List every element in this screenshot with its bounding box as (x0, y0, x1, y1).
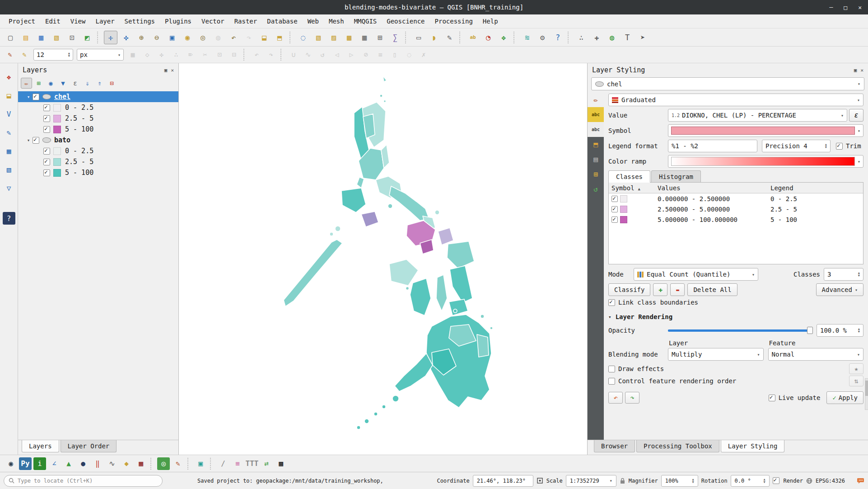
style-manager-icon[interactable]: ◩ (80, 31, 94, 44)
layer-blend-combo[interactable]: Multiply ▾ (668, 348, 764, 361)
menu-item[interactable]: MMQGIS (349, 16, 382, 27)
map-tips-icon[interactable]: ◗ (427, 31, 441, 44)
osm-tools-icon[interactable]: ≋ (520, 31, 534, 44)
menu-item[interactable]: Settings (120, 16, 160, 27)
new-3d-map-view-icon[interactable]: ⬒ (273, 31, 286, 44)
trim-checkbox[interactable] (836, 143, 843, 150)
info-tool-icon[interactable]: i (33, 457, 46, 470)
opacity-spinbox[interactable]: 100.0 % ▲▼ (817, 324, 863, 337)
zoom-to-selection-icon[interactable]: ◉ (181, 31, 194, 44)
terrain-profile-icon[interactable]: ▲ (62, 457, 75, 470)
refresh-layers-icon[interactable]: ⇄ (260, 457, 273, 470)
temporal-bars-icon[interactable]: ‖ (91, 457, 104, 470)
splash-plugin-icon[interactable]: ◆ (120, 457, 133, 470)
raster-grid-icon[interactable]: ▦ (135, 457, 147, 470)
legend-class-item[interactable]: 2.5 - 5 (18, 113, 178, 124)
legend-class-item[interactable]: 5 - 100 (18, 167, 178, 178)
titlebar[interactable]: blending-modes-bivariate — QGIS [BNHR_tr… (0, 0, 868, 14)
legend-format-input[interactable]: %1 - %2 (668, 140, 757, 152)
renderer-combo[interactable]: Graduated ▾ (608, 94, 863, 106)
filter-legend-icon[interactable]: ▼ (57, 78, 69, 89)
help-contents-icon[interactable]: ? (3, 212, 15, 225)
place-search-icon[interactable]: ◍ (605, 31, 619, 44)
new-virtual-layer-icon[interactable]: ▽ (3, 182, 15, 194)
attributes-form-tab-icon[interactable]: ⊞ (588, 167, 604, 182)
labels-tab-icon[interactable]: abc (588, 107, 604, 122)
class-enabled-checkbox[interactable] (611, 206, 618, 212)
mode-combo[interactable]: Equal Count (Quantile) ▾ (634, 268, 758, 281)
current-edits-icon[interactable]: ✎ (4, 49, 16, 61)
layer-item-bato[interactable]: ▾ bato (18, 135, 178, 146)
metasearch-icon[interactable]: ◉ (5, 457, 17, 470)
class-symbol-swatch[interactable] (620, 216, 627, 223)
menu-item[interactable]: Database (262, 16, 302, 27)
pan-to-selection-icon[interactable]: ✜ (119, 31, 133, 44)
expander-icon[interactable]: ▾ (24, 94, 33, 100)
class-row[interactable]: 0.000000 - 2.500000 0 - 2.5 (609, 193, 863, 204)
3d-view-tab-icon[interactable]: ⬒ (588, 137, 604, 152)
control-order-checkbox[interactable] (608, 378, 615, 385)
spin-arrows-icon[interactable]: ▲▼ (763, 478, 765, 484)
new-map-view-icon[interactable]: ⬓ (257, 31, 271, 44)
messages-icon[interactable] (857, 477, 864, 484)
identify-features-icon[interactable]: ◌ (296, 31, 310, 44)
link-boundaries-checkbox[interactable] (608, 299, 615, 306)
spin-arrows-icon[interactable]: ▲▼ (692, 478, 694, 484)
arrow-tool-icon[interactable]: ➤ (636, 31, 649, 44)
filter-expression-icon[interactable]: ε (70, 78, 81, 89)
zoom-full-icon[interactable]: ▣ (165, 31, 179, 44)
minimize-button[interactable]: ─ (830, 4, 833, 11)
spin-arrows-icon[interactable]: ▲▼ (68, 52, 70, 57)
delete-ring-icon[interactable]: ✗ (417, 49, 430, 61)
print-layout-icon[interactable]: ⊡ (65, 31, 79, 44)
styling-layer-combo[interactable]: chel ▾ (591, 77, 864, 90)
expander-icon[interactable]: ▾ (24, 137, 33, 143)
spin-arrows-icon[interactable]: ▲▼ (858, 272, 860, 277)
zoom-in-icon[interactable]: ⊕ (135, 31, 148, 44)
spin-arrows-icon[interactable]: ▲▼ (858, 328, 860, 333)
merge-features-icon[interactable]: ≡ (374, 49, 387, 61)
reshape-icon[interactable]: ▷ (345, 49, 358, 61)
python-console-icon[interactable]: Py (19, 457, 32, 470)
redo-icon[interactable]: ↷ (265, 49, 277, 61)
checker-grid-icon[interactable]: ▩ (275, 457, 287, 470)
layer-labeling-icon[interactable]: ab (466, 31, 480, 44)
simplify-feature-icon[interactable]: ◁ (331, 49, 343, 61)
class-visibility-checkbox[interactable] (43, 148, 50, 155)
class-symbol-swatch[interactable] (620, 206, 627, 213)
help-tool-icon[interactable]: ? (551, 31, 565, 44)
menu-item[interactable]: Geoscience (382, 16, 429, 27)
menu-item[interactable]: Vector (196, 16, 229, 27)
menu-item[interactable]: Processing (430, 16, 478, 27)
hatch-tool-icon[interactable]: TTT (246, 457, 258, 470)
delete-all-button[interactable]: Delete All (687, 283, 737, 296)
tracing-icon[interactable]: ∿ (302, 49, 314, 61)
redo-style-button[interactable]: ↷ (625, 392, 639, 404)
field-calculator-icon[interactable]: ⊞ (373, 31, 387, 44)
legend-class-item[interactable]: 2.5 - 5 (18, 156, 178, 167)
vertex-tool-icon[interactable]: ∴ (574, 31, 588, 44)
layer-diagram-icon[interactable]: ◔ (481, 31, 495, 44)
draw-effects-checkbox[interactable] (608, 366, 615, 372)
globe-plugin-icon[interactable]: ● (77, 457, 89, 470)
open-styling-panel-icon[interactable]: ✏ (21, 78, 32, 89)
tab-layers[interactable]: Layers (22, 440, 59, 452)
select-features-icon[interactable]: ▧ (312, 31, 325, 44)
coordinate-input[interactable]: 21.46°, 118.23° (473, 475, 533, 487)
spin-arrows-icon[interactable]: ▲▼ (825, 143, 827, 149)
lock-scale-icon[interactable] (620, 478, 625, 484)
symbology-tab-icon[interactable]: ✏ (588, 92, 604, 107)
scale-combo[interactable]: 1:7352729 ▾ (566, 475, 616, 487)
expression-builder-button[interactable]: ε (849, 109, 863, 122)
measure-line-icon[interactable]: ▭ (412, 31, 425, 44)
statistical-summary-icon[interactable]: ∑ (388, 31, 402, 44)
map-canvas[interactable] (179, 63, 587, 455)
dock-close-icon[interactable]: ✕ (860, 67, 863, 73)
toggle-editing-icon[interactable]: ✎ (18, 49, 31, 61)
masks-tab-icon[interactable]: abc (588, 122, 604, 137)
split-features-icon[interactable]: ⊘ (359, 49, 372, 61)
apply-button[interactable]: ✓ Apply (826, 391, 863, 404)
profile-line-icon[interactable]: ∿ (106, 457, 118, 470)
text-tool-icon[interactable]: T (621, 31, 634, 44)
expand-all-icon[interactable]: ⇓ (82, 78, 93, 89)
